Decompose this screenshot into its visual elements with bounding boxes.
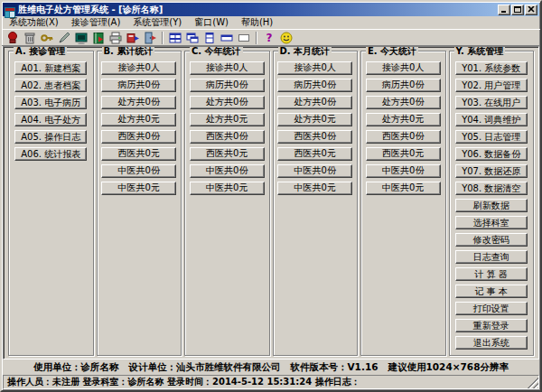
stat-chinese-amount: 中医共0元 [366,182,441,195]
stat-records: 病历共0份 [190,79,265,92]
edit-icon[interactable] [56,31,72,45]
panel-reception-management: A. 接诊管理 A01. 新建档案 A02. 患者档案 A03. 电子病历 A0… [8,51,94,356]
split-horizontal-icon[interactable] [219,31,235,45]
button-notepad[interactable]: 记 事 本 [455,285,528,298]
panel-title: E. 今天统计 [366,46,418,56]
stat-prescription-amount: 处方共0元 [366,113,441,126]
stat-chinese-amount: 中医共0元 [101,182,176,195]
button-calculator[interactable]: 计 算 器 [455,267,528,281]
maximize-button[interactable] [511,5,524,15]
panel-title: C. 今年统计 [190,46,243,56]
button-data-restore[interactable]: Y07. 数据还原 [455,164,528,178]
button-refresh-data[interactable]: 刷新数据 [455,199,528,212]
data-book-icon[interactable] [90,31,107,45]
button-patient-records[interactable]: A02. 患者档案 [14,79,87,92]
stat-prescription-count: 处方共0份 [190,96,265,109]
stat-prescription-count: 处方共0份 [101,96,176,109]
stat-visits: 接诊共0人 [101,61,176,75]
stat-visits: 接诊共0人 [366,61,441,75]
stat-records: 病历共0份 [277,79,352,92]
button-electronic-prescription[interactable]: A04. 电子处方 [14,113,87,126]
svg-text:?: ? [266,32,273,44]
key-icon[interactable] [39,31,55,45]
exit-door-icon[interactable] [142,31,158,45]
menu-system-functions[interactable]: 系统功能(X) [3,15,65,30]
button-online-users[interactable]: Y03. 在线用户 [455,96,528,109]
window-title: 胜维电子处方管理系统 - [诊所名称] [18,3,495,16]
trash-icon[interactable] [22,31,38,45]
monitor-icon[interactable] [73,31,89,45]
button-log-query[interactable]: 日志查询 [455,250,528,264]
stat-western-amount: 西医共0元 [366,147,441,161]
menu-system-management[interactable]: 系统管理(Y) [126,15,188,30]
stat-chinese-amount: 中医共0元 [190,182,265,195]
statusbar: 操作人员：未注册 登录科室：诊所名称 登录时间：2014-5-12 15:31:… [3,375,539,389]
toolbar: ? [2,29,540,46]
button-data-backup[interactable]: Y06. 数据备份 [455,147,528,161]
button-statistical-report[interactable]: A06. 统计报表 [14,147,87,161]
button-system-parameters[interactable]: Y01. 系统参数 [455,61,528,75]
close-button[interactable] [525,5,537,15]
stat-western-count: 西医共0份 [366,130,441,144]
button-data-clear[interactable]: Y08. 数据清空 [455,182,528,195]
smiley-icon[interactable] [278,31,294,45]
printer-icon[interactable] [107,31,124,45]
help-icon[interactable]: ? [261,31,277,45]
button-exit-system[interactable]: 退出系统 [455,336,528,350]
button-user-management[interactable]: Y02. 用户管理 [455,79,528,92]
stat-western-count: 西医共0份 [190,130,265,144]
panel-this-month-stats: D. 本月统计 接诊共0人 病历共0份 处方共0份 处方共0元 西医共0份 西医… [273,51,359,356]
button-change-password[interactable]: 修改密码 [455,233,528,247]
toolbar-separator [162,32,164,44]
tile-windows-icon[interactable] [167,31,183,45]
menubar: 系统功能(X) 接诊管理(A) 系统管理(Y) 窗口(W) 帮助(H) [2,16,540,29]
stat-chinese-amount: 中医共0元 [277,182,352,195]
minimize-button[interactable] [498,5,510,15]
stat-records: 病历共0份 [366,79,441,92]
app-window: 胜维电子处方管理系统 - [诊所名称] 系统功能(X) 接诊管理(A) 系统管理… [0,0,542,392]
panel-title: A. 接诊管理 [14,46,67,56]
panel-system-management: Y. 系统管理 Y01. 系统参数 Y02. 用户管理 Y03. 在线用户 Y0… [449,51,535,356]
stat-western-amount: 西医共0元 [101,147,176,161]
plain-window-icon[interactable] [236,31,252,45]
footer-info: 使用单位：诊所名称 设计单位：汕头市胜维软件有限公司 软件版本号：V1.16 建… [2,359,540,375]
stat-chinese-count: 中医共0份 [190,164,265,178]
resize-grip[interactable] [528,378,538,388]
stat-visits: 接诊共0人 [190,61,265,75]
button-dictionary-maintenance[interactable]: Y04. 词典维护 [455,113,528,126]
app-icon [5,5,15,15]
button-new-record[interactable]: A01. 新建档案 [14,61,87,75]
menu-help[interactable]: 帮助(H) [235,15,279,30]
stat-prescription-amount: 处方共0元 [190,113,265,126]
panel-this-year-stats: C. 今年统计 接诊共0人 病历共0份 处方共0份 处方共0元 西医共0份 西医… [184,51,270,356]
button-operation-log[interactable]: A05. 操作日志 [14,130,87,144]
panel-title: Y. 系统管理 [454,46,506,56]
seal-icon[interactable] [5,31,21,45]
export-icon[interactable] [125,31,141,45]
stat-prescription-count: 处方共0份 [366,96,441,109]
cascade-windows-icon[interactable] [184,31,201,45]
stat-chinese-count: 中医共0份 [366,164,441,178]
button-select-department[interactable]: 选择科室 [455,216,528,229]
stat-prescription-amount: 处方共0元 [277,113,352,126]
statusbar-text: 操作人员：未注册 登录科室：诊所名称 登录时间：2014-5-12 15:31:… [7,376,360,388]
button-electronic-medical-record[interactable]: A03. 电子病历 [14,96,87,109]
stat-western-count: 西医共0份 [277,130,352,144]
split-vertical-icon[interactable] [201,31,218,45]
panel-title: B. 累计统计 [102,46,155,56]
button-relogin[interactable]: 重新登录 [455,319,528,332]
panel-today-stats: E. 今天统计 接诊共0人 病历共0份 处方共0份 处方共0元 西医共0份 西医… [360,51,446,356]
stat-western-amount: 西医共0元 [277,147,352,161]
panel-cumulative-stats: B. 累计统计 接诊共0人 病历共0份 处方共0份 处方共0元 西医共0份 西医… [97,51,182,356]
stat-prescription-amount: 处方共0元 [101,113,176,126]
button-print-settings[interactable]: 打印设置 [455,302,528,315]
menu-reception[interactable]: 接诊管理(A) [65,15,127,30]
toolbar-separator [256,32,257,44]
titlebar: 胜维电子处方管理系统 - [诊所名称] [3,3,539,16]
panel-title: D. 本月统计 [278,46,332,56]
stat-western-count: 西医共0份 [101,130,176,144]
menu-window[interactable]: 窗口(W) [188,15,235,30]
button-log-management[interactable]: Y05. 日志管理 [455,130,528,144]
stat-prescription-count: 处方共0份 [277,96,352,109]
stat-western-amount: 西医共0元 [190,147,265,161]
